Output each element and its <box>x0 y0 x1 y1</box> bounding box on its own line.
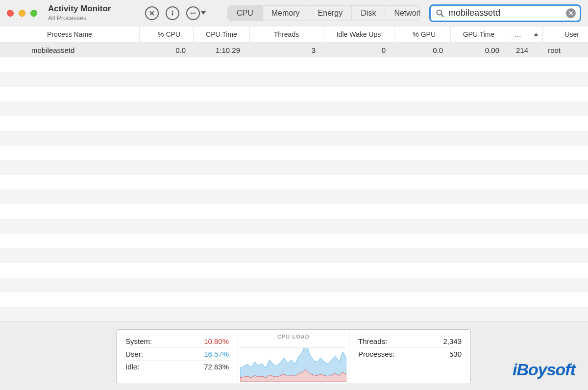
svg-line-8 <box>441 14 444 17</box>
stat-processes: Processes: 530 <box>358 347 462 360</box>
tab-bar: CPU Memory Energy Disk Network <box>227 5 420 21</box>
ellipsis-icon <box>186 6 200 20</box>
info-button[interactable] <box>166 6 179 20</box>
clear-search-button[interactable] <box>566 8 576 18</box>
toolbar: Activity Monitor All Processes CPU Memor… <box>0 0 588 26</box>
title-block: Activity Monitor All Processes <box>48 4 131 22</box>
svg-point-4 <box>191 12 192 14</box>
label-idle: Idle: <box>125 363 139 371</box>
toolbar-actions <box>145 6 206 20</box>
cell-more: 214 <box>507 43 529 57</box>
col-sort-indicator[interactable] <box>529 26 543 42</box>
label-system: System: <box>125 337 152 345</box>
watermark-logo: iBoysoft <box>513 360 575 379</box>
col-gpu-time[interactable]: GPU Time <box>451 26 507 42</box>
process-table: mobileassetd 0.0 1:10.29 3 0 0.0 0.00 21… <box>0 43 588 57</box>
cell-wakeups: 0 <box>323 43 394 57</box>
stat-user: User: 16.57% <box>125 347 229 360</box>
svg-rect-3 <box>172 12 173 15</box>
empty-rows <box>0 57 588 322</box>
table-row[interactable]: mobileassetd 0.0 1:10.29 3 0 0.0 0.00 21… <box>0 43 588 57</box>
value-user: 16.57% <box>204 350 229 358</box>
label-processes: Processes: <box>358 350 394 358</box>
cpu-summary-panel: System: 10.80% User: 16.57% Idle: 72.63%… <box>116 329 471 384</box>
value-processes: 530 <box>449 350 462 358</box>
minimize-window-button[interactable] <box>19 10 25 17</box>
tab-disk[interactable]: Disk <box>352 6 385 21</box>
stat-system: System: 10.80% <box>125 335 229 347</box>
value-threads: 2,343 <box>443 337 462 345</box>
cell-user: root <box>543 43 588 57</box>
cpu-load-sparkline <box>240 347 346 382</box>
chevron-down-icon <box>201 11 206 15</box>
tab-memory[interactable]: Memory <box>263 6 309 21</box>
value-system: 10.80% <box>204 337 229 345</box>
column-headers: Process Name % CPU CPU Time Threads Idle… <box>0 26 588 43</box>
cell-gpu: 0.0 <box>394 43 451 57</box>
window-controls <box>7 10 37 17</box>
search-field[interactable] <box>429 4 581 22</box>
cpu-load-title: CPU LOAD <box>238 334 349 340</box>
tab-network[interactable]: Network <box>385 6 420 21</box>
col-idle-wakeups[interactable]: Idle Wake Ups <box>323 26 394 42</box>
col-user[interactable]: User <box>543 26 588 42</box>
tab-cpu[interactable]: CPU <box>228 6 263 21</box>
tab-energy[interactable]: Energy <box>309 6 352 21</box>
value-idle: 72.63% <box>204 363 229 371</box>
search-icon <box>436 9 444 18</box>
label-user: User: <box>125 350 143 358</box>
search-input[interactable] <box>448 8 562 18</box>
stat-idle: Idle: 72.63% <box>125 360 229 373</box>
zoom-window-button[interactable] <box>30 10 37 17</box>
col-cpu-percent[interactable]: % CPU <box>140 26 194 42</box>
cell-cpu: 0.0 <box>140 43 194 57</box>
cell-threads: 3 <box>250 43 323 57</box>
footer: System: 10.80% User: 16.57% Idle: 72.63%… <box>0 321 588 390</box>
svg-point-6 <box>195 12 196 14</box>
col-process-name[interactable]: Process Name <box>0 26 140 42</box>
svg-point-5 <box>193 12 194 14</box>
col-threads[interactable]: Threads <box>250 26 323 42</box>
sort-ascending-icon <box>534 33 539 36</box>
label-threads: Threads: <box>358 337 387 345</box>
cell-process-name: mobileassetd <box>0 43 140 57</box>
svg-point-2 <box>172 10 173 12</box>
col-more[interactable]: … <box>507 26 529 42</box>
cpu-load-chart: CPU LOAD <box>238 330 349 384</box>
cell-gpu-time: 0.00 <box>451 43 507 57</box>
col-cpu-time[interactable]: CPU Time <box>194 26 250 42</box>
more-actions-button[interactable] <box>186 6 206 20</box>
col-gpu-percent[interactable]: % GPU <box>394 26 451 42</box>
stop-process-button[interactable] <box>145 6 159 20</box>
app-subtitle: All Processes <box>48 15 131 22</box>
app-title: Activity Monitor <box>48 4 131 14</box>
close-window-button[interactable] <box>7 10 14 17</box>
cell-cpu-time: 1:10.29 <box>194 43 250 57</box>
stat-threads: Threads: 2,343 <box>358 335 462 347</box>
